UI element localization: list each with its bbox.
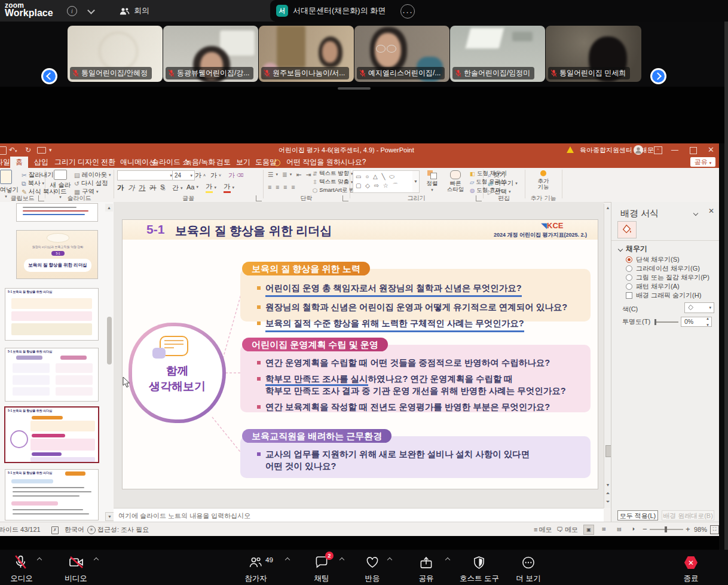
checkbox-hide-graphics[interactable]: 배경 그래픽 숨기기(H)	[626, 291, 701, 300]
spell-check-icon[interactable]: ✗	[51, 526, 59, 534]
zoom-out-icon[interactable]: −	[643, 522, 647, 536]
accessibility-status[interactable]: 접근성: 조사 필요	[97, 522, 149, 536]
decrease-indent-icon[interactable]: ⇤	[296, 171, 302, 178]
highlight-color-button[interactable]: 가▾	[206, 182, 216, 193]
tell-me-box[interactable]: 어떤 작업을 원하시나요?	[281, 157, 371, 168]
window-scrollbar[interactable]	[724, 22, 728, 585]
underline-button[interactable]: 가	[139, 183, 146, 192]
share-screen-button[interactable]	[419, 556, 433, 569]
slide-thumbnail-selected[interactable]: 5-1 보육의 질 향상을 위한 리더십	[4, 406, 99, 463]
view-normal-icon[interactable]: ▣	[583, 525, 594, 535]
font-name-combo[interactable]: ▾	[117, 170, 175, 180]
italic-button[interactable]: 가	[128, 183, 135, 192]
numbering-button[interactable]: ≣▾	[282, 171, 292, 178]
zoom-percentage[interactable]: 98%	[694, 522, 707, 536]
close-button[interactable]: ✕	[708, 143, 714, 157]
tab-meeting[interactable]: 회의	[120, 5, 149, 16]
bullets-button[interactable]: ☰▾	[268, 171, 279, 178]
slide-thumbnail[interactable]: 5-1 보육의 질 향상을 위한 리더십	[5, 288, 99, 341]
end-meeting-button[interactable]: ✕	[684, 556, 698, 569]
bold-button[interactable]: 가	[117, 183, 124, 192]
dialog-launcher-icon[interactable]	[342, 195, 348, 201]
dialog-launcher-icon[interactable]	[476, 195, 482, 201]
spinner-up-icon[interactable]: ▲	[706, 317, 709, 320]
strip-prev-button[interactable]	[41, 68, 57, 84]
copy-button[interactable]: ⧉복사▾	[22, 179, 44, 188]
font-color-button[interactable]: 가▾	[224, 182, 234, 193]
warning-icon[interactable]	[567, 146, 574, 153]
slide-thumbnail[interactable]: 5-1 보육의 질 향상을 위한 리더십	[5, 348, 99, 402]
text-direction-button[interactable]: ⇵텍스트 방향▾	[313, 170, 353, 177]
notes-pane[interactable]: 여기에 슬라이드 노트의 내용을 입력하십시오	[114, 508, 604, 522]
view-reading-icon[interactable]: ▤	[614, 525, 624, 534]
audio-button[interactable]	[13, 555, 28, 569]
language-status[interactable]: 한국어	[65, 522, 84, 536]
comments-toggle[interactable]: 🗨 메모	[556, 522, 578, 536]
strip-next-button[interactable]	[650, 68, 666, 84]
quick-styles-button[interactable]: 빠른스타일	[443, 170, 467, 192]
panel-chevron-icon[interactable]	[693, 211, 698, 216]
apply-all-button[interactable]: 모두 적용(L)	[617, 510, 658, 520]
video-tile[interactable]: 한솔어린이집/임정미	[450, 26, 545, 82]
shrink-font-icon[interactable]: 가˅	[210, 171, 221, 180]
align-buttons[interactable]: ≡ ≡ ≡ ≡	[268, 183, 296, 191]
grow-font-icon[interactable]: 가˄	[195, 171, 206, 180]
more-button[interactable]	[521, 556, 536, 569]
meeting-info-icon[interactable]: i	[67, 6, 77, 16]
radio-gradient-fill[interactable]: 그라데이션 채우기(G)	[626, 264, 700, 273]
share-button[interactable]: 공유 ▾	[690, 157, 715, 167]
transparency-value-box[interactable]: 0% ▲ ▼	[681, 317, 712, 327]
increase-indent-icon[interactable]: ⇥	[306, 171, 311, 178]
reactions-options-chevron[interactable]	[387, 558, 392, 562]
maximize-button[interactable]	[690, 147, 697, 154]
strip-resize-handle[interactable]	[338, 87, 371, 90]
strikethrough-button[interactable]: 가	[149, 183, 157, 192]
thumb-scrollbar[interactable]	[107, 317, 112, 365]
chevron-down-icon[interactable]	[87, 7, 95, 14]
fit-to-window-icon[interactable]: ⛶	[710, 525, 719, 534]
text-shadow-button[interactable]: S	[160, 183, 165, 191]
zoom-slider-thumb[interactable]	[665, 526, 667, 532]
thumb-scroll-up-icon[interactable]: ▲	[105, 204, 113, 212]
dialog-launcher-icon[interactable]	[256, 195, 262, 201]
tab-screen-share[interactable]: 서 서대문센터(채은화)의 화면 ···	[270, 0, 728, 22]
transparency-slider-track[interactable]	[656, 321, 678, 323]
slide-thumbnail[interactable]: 원장의 리더십과 보육교직원 역량 강화 5-1 보육의 질 향상을 위한 리더…	[16, 230, 98, 279]
qat-customize-icon[interactable]: ▾	[49, 143, 52, 157]
spinner-down-icon[interactable]: ▼	[706, 323, 709, 327]
tab-more-icon[interactable]: ···	[400, 4, 415, 19]
ribbon-display-options-icon[interactable]: ^	[654, 146, 662, 154]
zoom-in-icon[interactable]: +	[686, 522, 690, 536]
reactions-button[interactable]	[365, 556, 380, 569]
radio-solid-fill[interactable]: 단색 채우기(S)	[626, 255, 680, 264]
minimize-button[interactable]: —	[671, 143, 678, 157]
shapes-gallery[interactable]: ▭ ○ △ ╲ ⬭ ▢ ◇ ⇨ ☆ ⌒	[353, 170, 414, 193]
participants-options-chevron[interactable]	[285, 558, 290, 562]
change-case-icon[interactable]: Aa▾	[186, 183, 198, 191]
fill-category-icon[interactable]	[617, 221, 637, 238]
video-tile[interactable]: 예지엘리스어린이집/...	[354, 26, 449, 82]
video-options-chevron[interactable]	[94, 558, 99, 562]
view-sorter-icon[interactable]: ⊞	[599, 525, 608, 534]
participants-button[interactable]	[248, 555, 263, 569]
notes-toggle[interactable]: ≡ 메모	[534, 522, 552, 536]
audio-options-chevron[interactable]	[37, 558, 42, 562]
char-spacing-icon[interactable]: 간▾	[172, 183, 183, 192]
video-tile[interactable]: 통일어린이집 민세희	[546, 26, 641, 82]
panel-close-icon[interactable]: ✕	[708, 207, 714, 215]
share-options-chevron[interactable]	[445, 558, 450, 562]
thumb-scroll-down-icon[interactable]: ▼	[105, 512, 114, 521]
arrange-button[interactable]: 정렬 ▾	[422, 170, 442, 192]
reset-background-button[interactable]: 배경 원래대로(B)	[662, 510, 714, 520]
color-dropdown[interactable]: ▾	[684, 302, 714, 313]
slide-canvas[interactable]: 5-1 보육의 질 향상을 위한 리더십 ◥KCE 2024 개정 어린이집 평…	[123, 220, 598, 489]
redo-icon[interactable]: ↻	[25, 143, 31, 157]
chat-options-chevron[interactable]	[339, 558, 344, 562]
video-tile[interactable]: 통일어린이집/안혜정	[68, 26, 163, 82]
radio-pattern-fill[interactable]: 패턴 채우기(A)	[626, 282, 680, 291]
align-text-button[interactable]: ⇳텍스트 맞춤▾	[313, 178, 353, 186]
undo-icon[interactable]: ↶▾	[9, 143, 17, 158]
tab-home[interactable]: 홈	[10, 157, 28, 168]
host-tools-button[interactable]	[472, 556, 486, 569]
shapes-gallery-more-icon[interactable]: ▼	[412, 170, 420, 193]
